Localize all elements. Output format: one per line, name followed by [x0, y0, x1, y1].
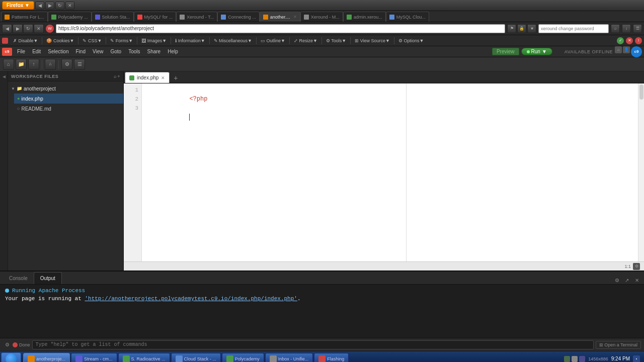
branch-btn[interactable]: ⑃ — [45, 59, 56, 70]
css-btn[interactable]: ✎ CSS▼ — [80, 38, 104, 44]
disable-btn[interactable]: ✗ Disable▼ — [11, 38, 40, 44]
tools-btn[interactable]: ⚙ Tools▼ — [324, 38, 348, 44]
ide-avatar[interactable]: c9 — [631, 46, 642, 57]
addr-back-btn[interactable]: ◀ — [2, 24, 12, 33]
sidebar-expand-icon[interactable]: + — [117, 74, 120, 79]
open-folder-btn[interactable]: 📁 — [16, 59, 27, 70]
search-btn[interactable]: ⌕ — [611, 24, 620, 33]
search-input[interactable] — [538, 24, 609, 33]
back-button[interactable]: ◀ — [35, 2, 44, 10]
open-terminal-btn[interactable]: ⊞ Open a Terminal — [596, 341, 641, 349]
reload-button[interactable]: ↻ — [55, 2, 64, 10]
menu-file[interactable]: File — [14, 48, 28, 55]
addr-bookmark-btn[interactable]: ★ — [527, 24, 536, 33]
tab-favicon-7 — [304, 15, 309, 20]
information-btn[interactable]: ℹ Information▼ — [173, 38, 207, 44]
misc-btn[interactable]: ✎ Miscellaneous▼ — [212, 38, 254, 44]
add-tab-button[interactable]: + — [171, 73, 181, 83]
menu-edit[interactable]: Edit — [29, 48, 44, 55]
addr-flag-btn[interactable]: ⚑ — [507, 24, 516, 33]
output-popout-icon[interactable]: ↗ — [623, 276, 631, 284]
menu-share[interactable]: Share — [144, 48, 164, 55]
taskbar-item-3[interactable]: Cloud Stack - ... — [171, 353, 221, 363]
downloads-btn[interactable]: ↓ — [622, 24, 631, 33]
ide-user-icon[interactable]: 👤 — [623, 46, 630, 53]
ide-sidebar: WORKSPACE FILES ⌕ + ▼ 📁 anotherproject ●… — [8, 71, 124, 270]
menu-selection[interactable]: Selection — [45, 48, 71, 55]
taskbar-item-6[interactable]: Flashing — [314, 353, 349, 363]
file-readme-md[interactable]: ○ README.md — [14, 104, 123, 114]
tab-close-6[interactable]: ✕ — [293, 15, 297, 19]
addr-lock-btn[interactable]: 🔒 — [517, 24, 526, 33]
code-editor[interactable]: 1 2 3 <?php — [124, 83, 644, 261]
collapse-btn[interactable]: ◀ — [1, 73, 7, 79]
menu-goto[interactable]: Goto — [107, 48, 124, 55]
input-settings-icon[interactable]: ⚙ — [3, 341, 11, 349]
browser-tab-9[interactable]: MySQL Clou... — [386, 12, 429, 22]
run-dropdown[interactable]: ▼ — [542, 49, 547, 54]
code-content[interactable]: <?php — [142, 83, 406, 261]
editor-status-bar: 1:1 ⚙ — [124, 261, 644, 270]
terminal-input[interactable] — [32, 340, 594, 349]
taskbar-item-2[interactable]: S. Radioactive ... — [118, 353, 170, 363]
editor-tab-close[interactable]: ✕ — [161, 75, 165, 80]
browser-tab-7[interactable]: Xeround - M... — [300, 12, 343, 22]
browser-tab-5[interactable]: Connecting ... — [217, 12, 260, 22]
editor-scrollbar[interactable] — [638, 83, 644, 261]
settings-mini-btn[interactable]: ⚙ — [633, 263, 640, 270]
addr-reload-btn[interactable]: ↻ — [23, 24, 33, 33]
taskbar-item-4[interactable]: Polycademy — [222, 353, 264, 363]
addr-forward-btn[interactable]: ▶ — [13, 24, 23, 33]
titlebar-left: Firefox ▼ ◀ ▶ ↻ ✕ — [2, 1, 74, 10]
taskbar-item-5[interactable]: Inbox - Unifie... — [265, 353, 313, 363]
view-source-btn[interactable]: ⊞ View Source▼ — [353, 38, 392, 44]
browser-tab-0[interactable]: Patterns For L... — [1, 12, 48, 22]
ide-search-icon[interactable]: ⌕ — [615, 46, 622, 53]
settings-icon-btn[interactable]: ⚙ — [61, 59, 72, 70]
output-close-icon[interactable]: ✕ — [633, 276, 641, 284]
output-tab-btn[interactable]: Output — [34, 272, 62, 284]
menu-tools[interactable]: Tools — [125, 48, 143, 55]
output-settings-icon[interactable]: ⚙ — [613, 276, 621, 284]
project-folder[interactable]: ▼ 📁 anotherproject — [8, 83, 123, 94]
taskbar-item-1[interactable]: Stream - cm... — [71, 353, 117, 363]
address-input[interactable] — [56, 24, 505, 33]
editor-tab-index[interactable]: index.php ✕ — [125, 72, 170, 83]
home-btn[interactable]: ⌂ — [3, 59, 14, 70]
taskbar-clock[interactable]: 9:24 PM — [611, 355, 630, 363]
browser-tab-2[interactable]: Solution Sta... — [92, 12, 134, 22]
browser-tab-1[interactable]: Polycademy ... — [48, 12, 92, 22]
stop-button[interactable]: ✕ — [65, 2, 74, 10]
start-button[interactable] — [1, 352, 21, 363]
forward-button[interactable]: ▶ — [45, 2, 54, 10]
file-index-php[interactable]: ● index.php — [14, 94, 123, 104]
resize-btn[interactable]: ⤢ Resize▼ — [292, 38, 319, 44]
menu-view[interactable]: View — [90, 48, 107, 55]
browser-tab-3[interactable]: MySQLi' for ... — [134, 12, 177, 22]
menu-icon-btn[interactable]: ☰ — [74, 59, 85, 70]
taskbar-item-0[interactable]: anotherproje... — [23, 353, 70, 363]
forms-btn[interactable]: ✎ Forms▼ — [108, 38, 135, 44]
images-btn[interactable]: 🖼 Images▼ — [139, 38, 169, 44]
settings-btn[interactable]: ☰ — [633, 24, 642, 33]
cookies-btn[interactable]: 🍪 Cookies▼ — [44, 38, 76, 44]
options-btn[interactable]: ⚙ Options▼ — [396, 38, 426, 44]
browser-tab-4[interactable]: Xeround - T... — [176, 12, 217, 22]
file-name-index: index.php — [21, 96, 43, 102]
console-tab[interactable]: Console — [3, 272, 34, 284]
output-url-link[interactable]: 'http://anotherproject.polycademytest.c9… — [85, 296, 297, 302]
menu-find[interactable]: Find — [73, 48, 89, 55]
run-button[interactable]: Run ▼ — [521, 48, 552, 55]
menu-help[interactable]: Help — [165, 48, 181, 55]
upload-btn[interactable]: ↑ — [28, 59, 39, 70]
preview-button[interactable]: Preview — [492, 48, 519, 55]
firefox-button[interactable]: Firefox ▼ — [2, 1, 34, 10]
running-status: Running Apache Process — [5, 288, 639, 294]
addr-stop-btn[interactable]: ✕ — [34, 24, 44, 33]
browser-tab-6[interactable]: another.... ✕ — [260, 12, 300, 22]
show-desktop-btn[interactable]: ▪ — [633, 355, 640, 363]
outline-btn[interactable]: ▭ Outline▼ — [259, 38, 287, 44]
browser-tab-8[interactable]: admin.xerou... — [343, 12, 386, 22]
sidebar-search-icon[interactable]: ⌕ — [114, 74, 117, 79]
tab-label-9: MySQL Clou... — [396, 15, 426, 20]
